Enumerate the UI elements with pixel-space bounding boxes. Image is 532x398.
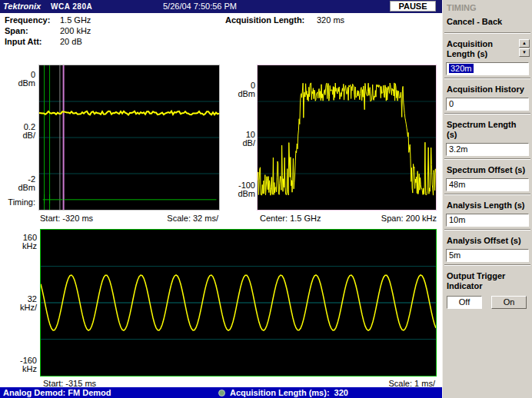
demod-y-top-label: 160kHz [2,234,37,250]
separator [444,264,530,266]
spectrum-y-top-label: 0dBm [223,81,255,98]
acquisition-length-label: Acquisition Length (s) [445,36,519,61]
overview-trace-svg [39,65,219,210]
status-led-icon [218,390,225,396]
on-button[interactable]: On [491,296,527,309]
demod-status-label: Analog Demod: FM Demod [3,388,111,397]
spinner-up-icon[interactable]: ▲ [519,39,530,48]
spectrum-length-label: Spectrum Length (s) [445,117,530,141]
demod-y-bottom-label: -160kHz [2,357,37,373]
demod-plot-area[interactable] [40,229,437,376]
input-att-label: Input Att: [5,37,42,46]
spectrum-plot-area[interactable] [257,65,437,211]
separator [444,113,530,114]
overview-window: 0dBm 0.2dB/ -2dBm Timing: Start: -320 ms… [2,65,220,229]
overview-start-label: Start: -320 ms [40,214,93,223]
spinner-down-icon[interactable]: ▼ [519,48,530,57]
overview-y-top-label: 0dBm [2,71,35,88]
spectrum-offset-field[interactable]: 48m [446,178,529,191]
acquisition-history-label: Acquisition History [445,81,530,96]
acquisition-length-readout-value: 320 ms [317,15,344,25]
span-label: Span: [5,26,28,35]
span-value: 200 kHz [60,26,91,35]
sidebar-menu: TIMING Cancel - Back Acquisition Length … [442,0,532,398]
separator [444,32,530,34]
menu-title: TIMING [445,2,530,15]
output-trigger-label: Output Trigger Indicator [445,268,530,293]
acquisition-history-field[interactable]: 0 [446,98,529,111]
pause-button[interactable]: PAUSE [390,1,436,12]
brand-logo: Tektronix [3,2,41,11]
analysis-length-field[interactable]: 10m [446,214,529,227]
overview-y-mid-label: 0.2dB/ [2,123,35,140]
spectrum-trace-svg [258,65,436,210]
separator [444,194,530,195]
off-button[interactable]: Off [447,296,482,309]
spectrum-span-label: Span: 200 kHz [381,214,437,223]
model-label: WCA 280A [51,2,92,11]
spectrum-length-field[interactable]: 3.2m [446,143,529,156]
analysis-offset-value: 5m [449,250,461,260]
demod-y-mid-label: 32kHz/ [2,295,37,312]
cancel-back-button[interactable]: Cancel - Back [445,15,530,30]
acquisition-length-readout-label: Acquisition Length: [225,15,304,25]
overview-plot-area[interactable] [38,65,220,211]
status-bar: Analog Demod: FM Demod Acquisition Lengt… [0,387,442,398]
spectrum-window: 0dBm 10dB/ -100dBm Center: 1.5 GHz Span:… [221,65,438,229]
analysis-offset-field[interactable]: 5m [446,249,529,262]
settings-readout-panel: Frequency: 1.5 GHz Span: 200 kHz Input A… [0,13,442,65]
input-att-value: 20 dB [60,37,82,46]
demod-window: 160kHz 32kHz/ -160kHz Start: -315 ms Sca… [2,229,438,389]
menu-group-acquisition-history: Acquisition History 0 [445,81,530,111]
menu-group-spectrum-length: Spectrum Length (s) 3.2m [445,117,530,156]
frequency-label: Frequency: [5,15,50,25]
overview-scale-label: Scale: 32 ms/ [167,214,218,223]
analysis-length-label: Analysis Length (s) [445,197,530,212]
spectrum-length-value: 3.2m [449,144,467,154]
menu-group-analysis-offset: Analysis Offset (s) 5m [445,233,530,262]
overview-y-bottom-label: -2dBm [2,175,35,192]
separator [444,78,530,79]
menu-group-output-trigger: Output Trigger Indicator Off On [445,268,530,312]
timing-label: Timing: [2,198,35,207]
spectrum-y-bottom-label: -100dBm [223,181,255,198]
separator [444,229,530,231]
spectrum-y-mid-label: 10dB/ [223,131,255,148]
separator [444,158,530,160]
acquisition-status-label: Acquisition Length (ms): [230,388,330,397]
acquisition-status-value: 320 [334,388,348,397]
title-bar: Tektronix WCA 280A 5/26/04 7:50:56 PM PA… [0,0,442,13]
spectrum-center-label: Center: 1.5 GHz [260,214,321,223]
timestamp: 5/26/04 7:50:56 PM [131,2,269,11]
spectrum-offset-value: 48m [449,180,465,189]
frequency-value: 1.5 GHz [60,15,91,25]
menu-group-analysis-length: Analysis Length (s) 10m [445,197,530,227]
value-spinner: ▲ ▼ [519,39,530,57]
menu-group-spectrum-offset: Spectrum Offset (s) 48m [445,162,530,191]
demod-trace-svg [41,230,436,376]
analysis-length-value: 10m [449,215,465,224]
analysis-offset-label: Analysis Offset (s) [445,233,530,247]
menu-group-acquisition-length: Acquisition Length (s) ▲ ▼ 320m [445,36,530,75]
spectrum-offset-label: Spectrum Offset (s) [445,162,530,177]
acquisition-status: Acquisition Length (ms): 320 [218,388,348,397]
acquisition-history-value: 0 [449,99,454,108]
acquisition-length-value: 320m [449,64,474,73]
acquisition-length-field[interactable]: 320m [446,62,529,75]
